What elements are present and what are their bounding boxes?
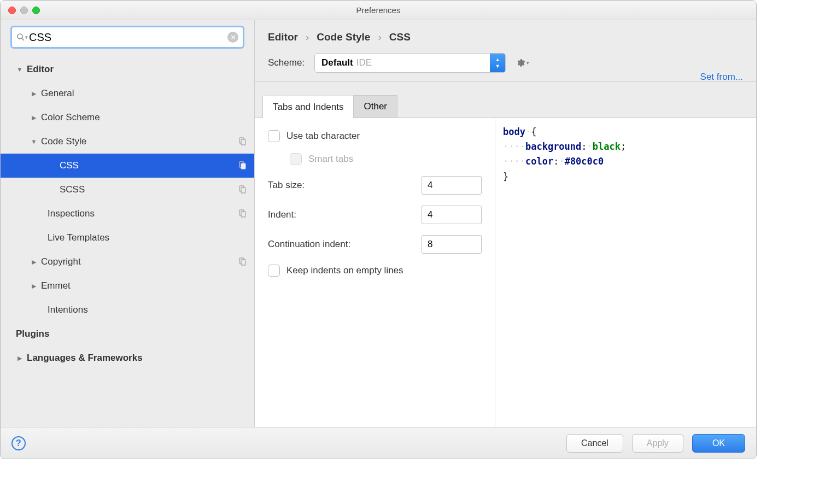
tree-item-inspections[interactable]: Inspections [1,202,254,226]
gear-icon[interactable]: ▾ [516,58,529,68]
cancel-button[interactable]: Cancel [566,434,623,453]
continuation-indent-label: Continuation indent: [268,239,350,250]
scheme-hint: IDE [356,57,372,68]
breadcrumb: Editor › Code Style › CSS [255,20,756,51]
use-tab-checkbox[interactable]: Use tab character [268,130,482,142]
search-box[interactable]: ▾ ✕ [10,26,244,49]
scheme-value: Default [321,57,353,68]
tree-item-copyright[interactable]: ▶Copyright [1,250,254,274]
chevron-right-icon[interactable]: ▶ [30,90,38,97]
breadcrumb-item[interactable]: Code Style [317,31,370,43]
indent-input[interactable] [422,206,482,224]
help-icon[interactable]: ? [11,436,26,450]
search-icon: ▾ [16,33,28,42]
checkbox-icon [268,130,280,142]
svg-point-0 [17,34,22,39]
tree-item-label: CSS [60,160,238,171]
chevron-down-icon[interactable]: ▼ [16,66,24,73]
chevron-down-icon[interactable]: ▼ [30,138,38,145]
footer: ? Cancel Apply OK [1,427,756,459]
settings-tree: ▼Editor▶General▶Color Scheme▼Code StyleC… [1,54,254,427]
tree-item-intentions[interactable]: Intentions [1,298,254,322]
chevron-right-icon[interactable]: ▶ [16,355,24,362]
keep-indents-checkbox[interactable]: Keep indents on empty lines [268,265,482,277]
copy-scheme-icon[interactable] [238,185,248,195]
search-input[interactable] [29,31,227,44]
tree-item-code-style[interactable]: ▼Code Style [1,130,254,154]
tab-size-label: Tab size: [268,180,305,191]
window-title: Preferences [1,5,756,15]
chevron-right-icon[interactable]: ▶ [30,114,38,121]
clear-search-icon[interactable]: ✕ [227,32,238,43]
tree-item-label: Languages & Frameworks [27,353,248,364]
tabs-and-indents-form: Use tab character Smart tabs Tab size: I… [255,118,495,427]
breadcrumb-item[interactable]: Editor [268,31,298,43]
code-preview: body·{ ····background:·black; ····color:… [495,118,756,427]
svg-line-1 [22,38,24,40]
scheme-row: Scheme: DefaultIDE ▲▼ ▾ Set from... [255,51,756,82]
tree-item-color-scheme[interactable]: ▶Color Scheme [1,106,254,130]
tree-item-emmet[interactable]: ▶Emmet [1,274,254,298]
svg-rect-7 [241,187,245,193]
tree-item-label: Color Scheme [41,112,248,123]
tree-item-plugins[interactable]: Plugins [1,322,254,346]
tree-item-label: SCSS [60,184,238,195]
tree-item-label: Live Templates [48,232,248,243]
breadcrumb-item: CSS [389,31,411,43]
ok-button[interactable]: OK [692,434,745,453]
tab-other[interactable]: Other [353,95,397,118]
tree-item-languages-frameworks[interactable]: ▶Languages & Frameworks [1,346,254,370]
tree-item-scss[interactable]: SCSS [1,178,254,202]
tree-item-label: Code Style [41,136,238,147]
tree-item-general[interactable]: ▶General [1,81,254,106]
scheme-select[interactable]: DefaultIDE ▲▼ [314,53,506,73]
checkbox-icon [290,153,302,165]
tab-tabs-and-indents[interactable]: Tabs and Indents [262,96,354,118]
svg-rect-11 [241,260,245,265]
tree-item-editor[interactable]: ▼Editor [1,57,254,81]
titlebar: Preferences [1,1,756,20]
tab-size-input[interactable] [422,176,482,195]
svg-rect-3 [241,139,245,145]
chevron-right-icon[interactable]: ▶ [30,259,38,266]
apply-button: Apply [632,434,683,453]
continuation-indent-input[interactable] [422,235,482,254]
chevron-right-icon: › [306,31,309,43]
chevron-right-icon[interactable]: ▶ [30,283,38,290]
svg-rect-9 [241,212,245,217]
tree-item-label: Editor [27,64,248,75]
scheme-label: Scheme: [268,57,305,68]
tree-item-label: Intentions [48,304,248,315]
copy-scheme-icon[interactable] [238,161,248,171]
checkbox-icon [268,265,280,277]
copy-scheme-icon[interactable] [238,209,248,219]
tree-item-label: Inspections [48,208,238,219]
copy-scheme-icon[interactable] [238,257,248,267]
tree-item-label: Emmet [41,280,248,291]
set-from-link[interactable]: Set from... [700,72,743,83]
dropdown-stepper-icon[interactable]: ▲▼ [490,54,505,72]
svg-rect-5 [241,163,245,169]
copy-scheme-icon[interactable] [238,137,248,146]
tab-bar: Tabs and IndentsOther [255,82,756,118]
tree-item-label: Copyright [41,256,238,267]
sidebar: ▾ ✕ ▼Editor▶General▶Color Scheme▼Code St… [1,20,255,427]
smart-tabs-checkbox: Smart tabs [268,153,482,165]
tree-item-label: Plugins [16,329,248,339]
tree-item-css[interactable]: CSS [1,154,254,178]
main-panel: Editor › Code Style › CSS Scheme: Defaul… [255,20,756,427]
indent-label: Indent: [268,209,296,220]
chevron-right-icon: › [378,31,381,43]
tree-item-live-templates[interactable]: Live Templates [1,226,254,250]
tree-item-label: General [41,88,248,99]
